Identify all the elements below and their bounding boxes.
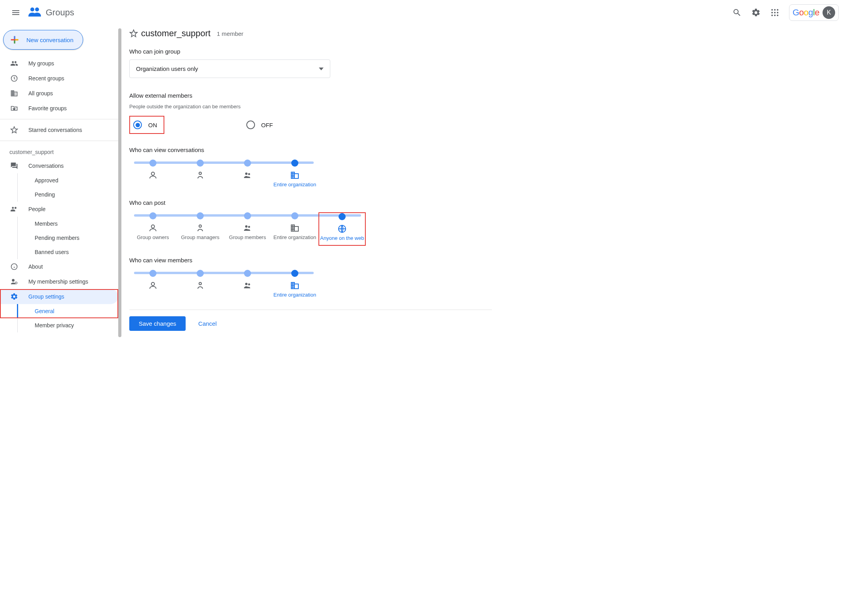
svg-point-25	[199, 225, 201, 227]
who-can-post-label: Who can post	[129, 199, 492, 206]
svg-point-26	[245, 225, 248, 228]
highlight-group-settings: Group settings General	[0, 289, 118, 318]
scrollbar[interactable]	[118, 28, 121, 337]
members-icon	[243, 281, 252, 290]
who-can-post-section: Who can post Group owners Group managers…	[129, 199, 492, 246]
avatar[interactable]: K	[823, 6, 835, 19]
sidebar-label: All groups	[28, 90, 53, 96]
star-outline-icon[interactable]	[129, 29, 138, 38]
svg-point-4	[777, 9, 778, 11]
view-members-label: Who can view members	[129, 257, 492, 263]
sidebar-item-group-settings[interactable]: Group settings	[0, 289, 118, 304]
manager-icon	[195, 223, 205, 233]
radio-off[interactable]: OFF	[243, 116, 279, 134]
info-icon	[9, 263, 19, 271]
sidebar-item-about[interactable]: About	[0, 259, 118, 274]
sidebar-item-all-groups[interactable]: All groups	[0, 86, 118, 101]
sidebar-label: Starred conversations	[28, 127, 82, 133]
account-chip[interactable]: Google K	[789, 4, 839, 21]
sidebar-sub-approved[interactable]: Approved	[0, 173, 118, 187]
radio-icon	[133, 121, 142, 129]
svg-point-24	[151, 225, 154, 228]
main-content: customer_support 1 member Who can join g…	[123, 25, 501, 340]
who-can-join-dropdown[interactable]: Organization users only	[129, 59, 330, 78]
svg-rect-11	[14, 36, 15, 39]
highlight-on-radio: ON	[129, 116, 164, 134]
sidebar-label: Favorite groups	[28, 105, 67, 111]
app-name: Groups	[46, 7, 74, 18]
plus-icon	[9, 34, 20, 45]
sidebar-sub-general[interactable]: General	[0, 304, 118, 318]
svg-point-5	[771, 12, 773, 13]
highlight-anyone-web: Anyone on the web	[318, 212, 366, 246]
radio-icon	[246, 121, 255, 129]
sidebar-label: Recent groups	[28, 75, 64, 82]
sidebar-label: Group settings	[28, 293, 64, 300]
sidebar-label: Conversations	[28, 163, 64, 169]
folder-star-icon	[9, 104, 19, 112]
sidebar-item-people[interactable]: People	[0, 202, 118, 217]
svg-point-31	[245, 283, 248, 285]
sidebar-item-conversations[interactable]: Conversations	[0, 158, 118, 173]
svg-point-1	[35, 7, 39, 11]
svg-point-20	[151, 172, 154, 175]
sidebar-sub-pending[interactable]: Pending	[0, 187, 118, 202]
svg-point-6	[774, 12, 776, 13]
new-conversation-label: New conversation	[26, 37, 73, 43]
allow-external-radio-group: ON OFF	[129, 116, 492, 134]
svg-point-30	[199, 282, 201, 285]
sidebar-label: People	[28, 206, 46, 212]
sidebar-item-recent-groups[interactable]: Recent groups	[0, 71, 118, 86]
org-icon	[290, 171, 300, 180]
svg-point-8	[771, 15, 773, 16]
svg-point-21	[199, 172, 201, 174]
view-conversations-label: Who can view conversations	[129, 147, 492, 153]
who-can-post-slider[interactable]: Group owners Group managers Group member…	[129, 212, 366, 246]
allow-external-label: Allow external members	[129, 92, 492, 99]
app-logo[interactable]: Groups	[27, 5, 74, 20]
radio-on-label: ON	[148, 122, 157, 128]
sidebar-item-my-groups[interactable]: My groups	[0, 56, 118, 71]
svg-point-22	[245, 173, 248, 175]
search-button[interactable]	[728, 3, 746, 22]
sidebar-sub-pending-members[interactable]: Pending members	[0, 231, 118, 245]
manager-icon	[195, 281, 205, 290]
group-title: customer_support	[141, 28, 210, 39]
svg-rect-13	[14, 41, 15, 44]
sidebar-item-favorite-groups[interactable]: Favorite groups	[0, 101, 118, 116]
sidebar-sub-banned-users[interactable]: Banned users	[0, 245, 118, 259]
chevron-down-icon	[319, 67, 324, 71]
view-members-slider[interactable]: Entire organization	[129, 270, 318, 299]
members-icon	[243, 171, 252, 180]
sidebar-sub-member-privacy[interactable]: Member privacy	[0, 318, 118, 332]
main-menu-button[interactable]	[6, 3, 25, 22]
svg-point-27	[248, 226, 250, 228]
sidebar-item-starred[interactable]: Starred conversations	[0, 122, 118, 137]
save-button[interactable]: Save changes	[129, 316, 186, 331]
view-conversations-slider[interactable]: Entire organization	[129, 160, 318, 188]
star-icon	[9, 126, 19, 134]
sidebar-label: My membership settings	[28, 278, 88, 285]
cancel-button[interactable]: Cancel	[198, 320, 217, 327]
globe-icon	[337, 224, 347, 234]
owner-icon	[148, 281, 158, 290]
sidebar-item-membership-settings[interactable]: My membership settings	[0, 274, 118, 289]
new-conversation-button[interactable]: New conversation	[3, 30, 83, 50]
svg-point-23	[248, 173, 250, 175]
gear-icon	[9, 293, 19, 301]
settings-button[interactable]	[746, 3, 765, 22]
member-count[interactable]: 1 member	[217, 30, 244, 37]
svg-point-7	[777, 12, 778, 13]
search-icon	[732, 8, 742, 17]
apps-button[interactable]	[765, 3, 784, 22]
radio-on[interactable]: ON	[130, 117, 164, 133]
svg-point-9	[774, 15, 776, 16]
sidebar-sub-members[interactable]: Members	[0, 217, 118, 231]
svg-point-18	[12, 279, 15, 282]
forum-icon	[9, 162, 19, 170]
radio-off-label: OFF	[261, 122, 273, 128]
who-can-join-label: Who can join group	[129, 48, 492, 55]
groups-logo-icon	[27, 5, 43, 20]
sidebar-label: My groups	[28, 60, 54, 67]
svg-point-19	[15, 282, 17, 284]
